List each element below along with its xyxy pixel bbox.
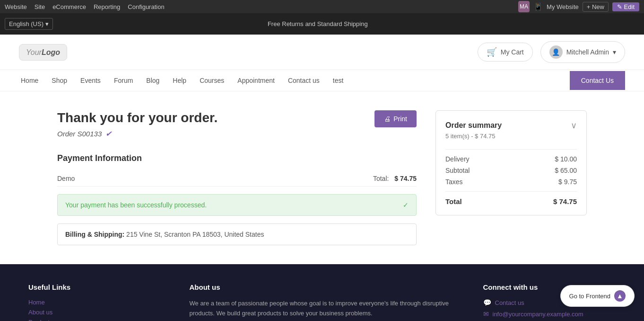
site-header: YourLogo 🛒 My Cart 👤 Mitchell Admin ▾ <box>0 35 644 70</box>
admin-avatar[interactable]: MA <box>518 1 530 12</box>
nav-home[interactable]: Home <box>19 70 40 91</box>
payment-total: Total: $ 74.75 <box>373 175 417 182</box>
promo-bar: English (US) ▾ Free Returns and Standard… <box>0 13 644 35</box>
mobile-icon[interactable]: 📱 <box>533 2 543 11</box>
summary-total-value: $ 74.75 <box>553 197 577 205</box>
admin-bar-right: MA 📱 My Website + New ✎ Edit <box>518 1 639 12</box>
admin-bar-left: Website Site eCommerce Reporting Configu… <box>5 3 165 10</box>
order-id-text: Order S00133 <box>57 130 102 138</box>
user-chevron-icon: ▾ <box>613 48 616 56</box>
promo-message: Free Returns and Standard Shipping <box>53 20 583 27</box>
nav-courses[interactable]: Courses <box>198 70 226 91</box>
print-label: Print <box>393 115 407 123</box>
edit-button[interactable]: ✎ Edit <box>612 2 639 11</box>
footer-link-about[interactable]: About us <box>28 309 161 316</box>
user-label: Mitchell Admin <box>566 48 609 56</box>
chat-icon: 💬 <box>483 299 491 306</box>
nav-appointment[interactable]: Appointment <box>235 70 277 91</box>
order-title-row: Thank you for your order. Order S00133 ✔… <box>57 110 417 150</box>
nav-blog[interactable]: Blog <box>144 70 161 91</box>
admin-menu-reporting[interactable]: Reporting <box>94 3 120 10</box>
go-frontend-label: Go to Frontend <box>569 293 610 300</box>
order-summary-header: Order summary ∨ <box>445 120 577 131</box>
payment-method: Demo <box>57 175 75 182</box>
email-icon: ✉ <box>483 310 489 318</box>
order-section: Thank you for your order. Order S00133 ✔… <box>57 110 417 245</box>
contact-us-footer-link[interactable]: Contact us <box>495 299 524 306</box>
contact-us-nav-button[interactable]: Contact Us <box>570 71 625 90</box>
delivery-label: Delivery <box>445 155 470 163</box>
order-summary-title: Order summary <box>445 121 502 130</box>
admin-bar: Website Site eCommerce Reporting Configu… <box>0 0 644 13</box>
order-title-group: Thank you for your order. Order S00133 ✔ <box>57 110 218 150</box>
print-icon: 🖨 <box>384 115 391 123</box>
about-text1: We are a team of passionate people whose… <box>190 299 455 319</box>
admin-menu-website[interactable]: Website <box>5 3 27 10</box>
checkmark-icon: ✓ <box>403 201 409 209</box>
total-label: Total: <box>373 175 389 182</box>
footer-link-home[interactable]: Home <box>28 299 161 306</box>
connect-email: ✉ info@yourcompany.example.com <box>483 310 616 318</box>
order-verified-icon: ✔ <box>105 129 112 138</box>
print-button[interactable]: 🖨 Print <box>374 110 417 127</box>
billing-label: Billing & Shipping: <box>65 231 124 238</box>
summary-total-row: Total $ 74.75 <box>445 191 577 205</box>
cart-button[interactable]: 🛒 My Cart <box>478 43 533 62</box>
summary-total-label: Total <box>445 197 462 205</box>
order-title: Thank you for your order. <box>57 110 218 125</box>
nav-forum[interactable]: Forum <box>112 70 135 91</box>
taxes-value: $ 9.75 <box>558 178 577 186</box>
cart-icon: 🛒 <box>487 47 497 57</box>
go-frontend-arrow-icon: ▲ <box>614 290 626 302</box>
new-button[interactable]: + New <box>583 2 609 12</box>
payment-info-title: Payment Information <box>57 153 417 163</box>
user-menu-button[interactable]: 👤 Mitchell Admin ▾ <box>540 41 625 63</box>
billing-address: 215 Vine St, Scranton PA 18503, United S… <box>126 231 264 238</box>
footer-about: About us We are a team of passionate peo… <box>190 283 455 321</box>
order-summary: Order summary ∨ 5 item(s) - $ 74.75 Deli… <box>435 110 587 215</box>
taxes-row: Taxes $ 9.75 <box>445 178 577 186</box>
delivery-value: $ 10.00 <box>555 155 577 163</box>
cart-label: My Cart <box>501 48 524 56</box>
payment-row: Demo Total: $ 74.75 <box>57 171 417 187</box>
footer-useful-links: Useful Links Home About us Products Serv… <box>28 283 161 321</box>
footer-link-products[interactable]: Products <box>28 319 161 321</box>
admin-menu-site[interactable]: Site <box>35 3 45 10</box>
go-frontend-button[interactable]: Go to Frontend ▲ <box>560 285 635 307</box>
about-title: About us <box>190 283 455 291</box>
nav-contact-us[interactable]: Contact us <box>286 70 322 91</box>
site-nav: Home Shop Events Forum Blog Help Courses… <box>0 70 644 91</box>
delivery-row: Delivery $ 10.00 <box>445 155 577 163</box>
email-link[interactable]: info@yourcompany.example.com <box>493 311 583 318</box>
logo[interactable]: YourLogo <box>19 44 67 61</box>
useful-links-title: Useful Links <box>28 283 161 291</box>
success-text: Your payment has been successfully proce… <box>65 201 207 209</box>
nav-help[interactable]: Help <box>171 70 188 91</box>
user-avatar: 👤 <box>549 45 563 59</box>
site-footer: Useful Links Home About us Products Serv… <box>0 264 644 321</box>
billing-box: Billing & Shipping: 215 Vine St, Scranto… <box>57 223 417 245</box>
nav-test[interactable]: test <box>331 70 346 91</box>
order-summary-divider <box>445 149 577 150</box>
success-message: Your payment has been successfully proce… <box>57 194 417 216</box>
logo-image: YourLogo <box>19 44 67 61</box>
nav-shop[interactable]: Shop <box>50 70 69 91</box>
my-website-link[interactable]: My Website <box>547 3 579 10</box>
taxes-label: Taxes <box>445 178 463 186</box>
header-right: 🛒 My Cart 👤 Mitchell Admin ▾ <box>478 41 625 63</box>
nav-events[interactable]: Events <box>78 70 103 91</box>
admin-menu-configuration[interactable]: Configuration <box>128 3 164 10</box>
main-content: Thank you for your order. Order S00133 ✔… <box>38 91 606 264</box>
subtotal-value: $ 65.00 <box>555 167 577 174</box>
subtotal-label: Subtotal <box>445 167 470 174</box>
order-id: Order S00133 ✔ <box>57 129 218 138</box>
admin-menu-ecommerce[interactable]: eCommerce <box>52 3 86 10</box>
language-selector[interactable]: English (US) ▾ <box>5 18 53 30</box>
order-summary-chevron-icon[interactable]: ∨ <box>571 120 577 131</box>
order-summary-items: 5 item(s) - $ 74.75 <box>445 133 577 140</box>
nav-links: Home Shop Events Forum Blog Help Courses… <box>19 70 570 91</box>
total-value: $ 74.75 <box>394 175 417 182</box>
subtotal-row: Subtotal $ 65.00 <box>445 167 577 174</box>
